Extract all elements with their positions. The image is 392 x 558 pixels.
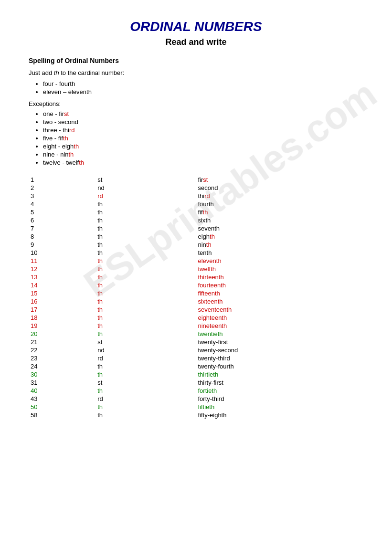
page-title: ORDINAL NUMBERS	[29, 19, 363, 34]
table-row: 7thseventh	[29, 224, 363, 232]
number-cell: 23	[29, 354, 95, 362]
suffix-cell: th	[95, 322, 196, 330]
table-row: 8theighth	[29, 232, 363, 241]
exceptions-label: Exceptions:	[29, 100, 363, 107]
table-row: 4thfourth	[29, 200, 363, 208]
suffix-cell: st	[95, 176, 196, 184]
number-cell: 13	[29, 273, 95, 281]
exception-item: nine - ninth	[43, 151, 363, 158]
number-cell: 14	[29, 281, 95, 289]
suffix-cell: th	[95, 257, 196, 265]
table-row: 15thfifteenth	[29, 289, 363, 297]
suffix-cell: th	[95, 314, 196, 322]
table-row: 23rdtwenty-third	[29, 354, 363, 362]
ordinal-cell: thirty-first	[196, 379, 363, 387]
ordinal-cell: forty-third	[196, 395, 363, 403]
suffix-cell: th	[95, 224, 196, 232]
ordinal-cell: sixth	[196, 216, 363, 224]
number-cell: 6	[29, 216, 95, 224]
table-row: 14thfourteenth	[29, 281, 363, 289]
examples-list: four - fourth eleven – eleventh	[43, 80, 363, 95]
ordinal-cell: eighth	[196, 232, 363, 241]
table-row: 9thninth	[29, 241, 363, 249]
table-row: 6thsixth	[29, 216, 363, 224]
ordinal-cell: twenty-third	[196, 354, 363, 362]
number-cell: 19	[29, 322, 95, 330]
ordinal-cell: twenty-fourth	[196, 362, 363, 370]
suffix-cell: th	[95, 200, 196, 208]
ordinal-cell: twelfth	[196, 265, 363, 273]
suffix-cell: th	[95, 208, 196, 216]
ordinal-cell: seventeenth	[196, 305, 363, 314]
number-cell: 1	[29, 176, 95, 184]
suffix-cell: rd	[95, 354, 196, 362]
number-cell: 7	[29, 224, 95, 232]
suffix-cell: th	[95, 232, 196, 241]
suffix-cell: th	[95, 273, 196, 281]
number-cell: 4	[29, 200, 95, 208]
ordinal-cell: fourteenth	[196, 281, 363, 289]
suffix-cell: th	[95, 362, 196, 370]
ordinal-cell: third	[196, 192, 363, 200]
number-cell: 5	[29, 208, 95, 216]
spelling-section: Spelling of Ordinal Numbers Just add th …	[29, 57, 363, 166]
suffix-cell: th	[95, 387, 196, 395]
page-subtitle: Read and write	[29, 37, 363, 47]
exception-item: twelve - twelfth	[43, 159, 363, 166]
number-cell: 9	[29, 241, 95, 249]
table-row: 21sttwenty-first	[29, 338, 363, 346]
number-cell: 58	[29, 411, 95, 419]
number-cell: 31	[29, 379, 95, 387]
ordinal-cell: ninth	[196, 241, 363, 249]
ordinal-cell: eleventh	[196, 257, 363, 265]
number-cell: 18	[29, 314, 95, 322]
table-row: 40thfortieth	[29, 387, 363, 395]
table-row: 3rdthird	[29, 192, 363, 200]
table-row: 30ththirtieth	[29, 370, 363, 379]
number-cell: 3	[29, 192, 95, 200]
suffix-cell: th	[95, 330, 196, 338]
exceptions-list: one - first two - second three - third f…	[43, 110, 363, 166]
exception-item: two - second	[43, 118, 363, 126]
ordinal-cell: sixteenth	[196, 297, 363, 305]
number-cell: 24	[29, 362, 95, 370]
suffix-cell: th	[95, 297, 196, 305]
table-row: 50thfiftieth	[29, 403, 363, 411]
suffix-cell: st	[95, 379, 196, 387]
number-cell: 40	[29, 387, 95, 395]
ordinal-cell: fourth	[196, 200, 363, 208]
table-row: 10thtenth	[29, 249, 363, 257]
ordinal-cell: fiftieth	[196, 403, 363, 411]
suffix-cell: th	[95, 289, 196, 297]
table-row: 1stfirst	[29, 176, 363, 184]
suffix-cell: th	[95, 305, 196, 314]
suffix-cell: nd	[95, 346, 196, 354]
number-cell: 20	[29, 330, 95, 338]
suffix-cell: th	[95, 403, 196, 411]
ordinal-cell: second	[196, 184, 363, 192]
ordinal-cell: nineteenth	[196, 322, 363, 330]
number-cell: 50	[29, 403, 95, 411]
number-cell: 43	[29, 395, 95, 403]
table-row: 24thtwenty-fourth	[29, 362, 363, 370]
suffix-cell: rd	[95, 395, 196, 403]
table-row: 11theleventh	[29, 257, 363, 265]
suffix-cell: nd	[95, 184, 196, 192]
ordinal-cell: seventh	[196, 224, 363, 232]
ordinal-cell: fifth	[196, 208, 363, 216]
number-cell: 15	[29, 289, 95, 297]
ordinal-cell: thirteenth	[196, 273, 363, 281]
suffix-cell: th	[95, 370, 196, 379]
ordinal-cell: fortieth	[196, 387, 363, 395]
number-cell: 11	[29, 257, 95, 265]
number-cell: 10	[29, 249, 95, 257]
example-item: eleven – eleventh	[43, 88, 363, 95]
ordinal-cell: fifty-eighth	[196, 411, 363, 419]
number-cell: 22	[29, 346, 95, 354]
ordinal-cell: thirtieth	[196, 370, 363, 379]
ordinal-cell: eighteenth	[196, 314, 363, 322]
ordinal-cell: twenty-first	[196, 338, 363, 346]
table-row: 17thseventeenth	[29, 305, 363, 314]
table-row: 12thtwelfth	[29, 265, 363, 273]
suffix-cell: th	[95, 249, 196, 257]
